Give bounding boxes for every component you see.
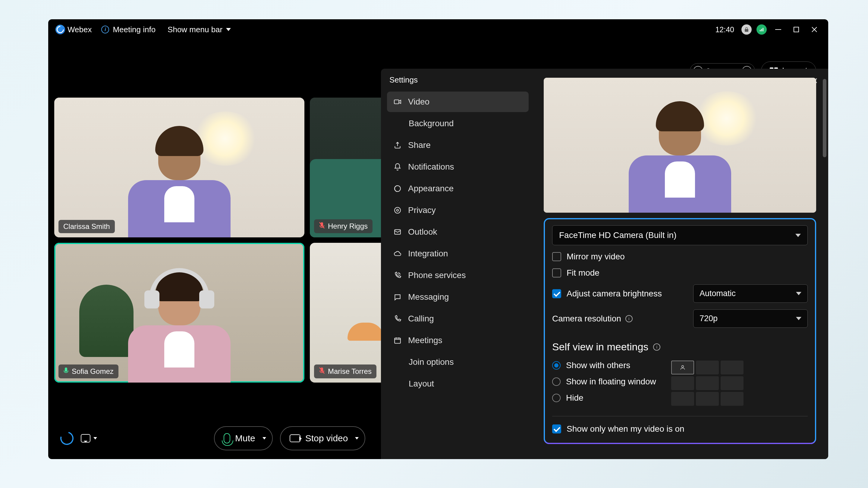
- position-cell[interactable]: [696, 376, 719, 390]
- resolution-option: Camera resolution i 720p: [552, 310, 808, 328]
- chevron-down-icon: [262, 437, 266, 440]
- nav-phone-services[interactable]: Phone services: [387, 265, 529, 286]
- app-name: Webex: [67, 25, 92, 34]
- nav-video[interactable]: Video: [387, 92, 529, 112]
- position-cell[interactable]: [671, 361, 694, 375]
- network-status-icon[interactable]: [756, 24, 767, 35]
- nav-notifications[interactable]: Notifications: [387, 157, 529, 177]
- self-view-show-with-others[interactable]: Show with others: [552, 361, 656, 370]
- titlebar: Webex Meeting info Show menu bar 12:40: [48, 19, 828, 40]
- svg-rect-1: [761, 29, 762, 31]
- message-icon: [393, 293, 402, 301]
- nav-integration[interactable]: Integration: [387, 243, 529, 264]
- meeting-controls: Mute Stop video: [48, 425, 377, 452]
- participant-name-badge: Sofia Gomez: [59, 364, 119, 378]
- main-window: Webex Meeting info Show menu bar 12:40 −: [48, 19, 828, 459]
- camera-select[interactable]: FaceTime HD Camera (Built in): [552, 225, 808, 245]
- calendar-icon: [393, 336, 402, 345]
- participant-name: Clarissa Smith: [63, 222, 110, 231]
- close-button[interactable]: [808, 23, 821, 36]
- position-cell[interactable]: [696, 392, 719, 406]
- chevron-down-icon: [93, 437, 97, 440]
- stop-video-button[interactable]: Stop video: [280, 426, 366, 450]
- nav-calling[interactable]: Calling: [387, 308, 529, 329]
- encryption-status-icon[interactable]: [741, 24, 752, 35]
- mirror-checkbox[interactable]: [552, 252, 561, 261]
- nav-privacy[interactable]: Privacy: [387, 200, 529, 221]
- position-cell[interactable]: [671, 376, 694, 390]
- mirror-video-option[interactable]: Mirror my video: [552, 252, 808, 261]
- chevron-down-icon: [795, 234, 801, 237]
- nav-background[interactable]: Background: [387, 113, 529, 134]
- show-only-when-on-option[interactable]: Show only when my video is on: [552, 424, 808, 434]
- radio-hide[interactable]: [552, 394, 561, 402]
- brightness-option: Adjust camera brightness Automatic: [552, 284, 808, 303]
- brightness-mode-select[interactable]: Automatic: [693, 284, 808, 303]
- nav-messaging[interactable]: Messaging: [387, 287, 529, 307]
- minimize-button[interactable]: [772, 23, 785, 36]
- position-cell[interactable]: [721, 392, 744, 406]
- chevron-down-icon: [226, 28, 231, 31]
- video-tile[interactable]: Sofia Gomez: [54, 243, 304, 383]
- radio-floating[interactable]: [552, 378, 561, 386]
- nav-meetings[interactable]: Meetings: [387, 330, 529, 351]
- chevron-down-icon: [796, 317, 801, 320]
- bell-icon: [393, 162, 402, 171]
- self-view-hide[interactable]: Hide: [552, 393, 656, 403]
- scrollbar[interactable]: [823, 79, 827, 157]
- self-view-position-grid: [671, 361, 744, 406]
- outlook-icon: [393, 227, 402, 236]
- show-menu-bar-button[interactable]: Show menu bar: [167, 25, 231, 34]
- nav-join-options[interactable]: Join options: [387, 352, 529, 372]
- svg-rect-4: [794, 27, 799, 32]
- svg-rect-7: [65, 367, 67, 372]
- meeting-info-button[interactable]: Meeting info: [101, 25, 156, 34]
- nav-appearance[interactable]: Appearance: [387, 178, 529, 199]
- brightness-checkbox[interactable]: [552, 289, 561, 298]
- maximize-button[interactable]: [789, 23, 803, 36]
- settings-panel: Settings ✕ Video Background Share Notifi…: [381, 69, 828, 459]
- svg-rect-15: [395, 338, 401, 343]
- svg-rect-3: [775, 29, 781, 30]
- mic-muted-icon: [319, 367, 325, 376]
- resolution-select[interactable]: 720p: [693, 310, 808, 328]
- radio-show-with-others[interactable]: [552, 361, 561, 369]
- participant-name: Henry Riggs: [328, 222, 368, 230]
- info-icon[interactable]: i: [625, 315, 632, 322]
- participant-name-badge: Henry Riggs: [314, 219, 373, 233]
- nav-layout[interactable]: Layout: [387, 373, 529, 394]
- nav-share[interactable]: Share: [387, 135, 529, 156]
- position-cell[interactable]: [721, 361, 744, 375]
- appearance-icon: [393, 184, 402, 193]
- camera-icon: [290, 434, 301, 442]
- position-cell[interactable]: [696, 361, 719, 375]
- show-menu-label: Show menu bar: [167, 25, 222, 34]
- webex-logo-icon: [56, 25, 65, 34]
- clock: 12:40: [715, 25, 734, 34]
- show-only-checkbox[interactable]: [552, 424, 561, 433]
- svg-point-13: [397, 209, 399, 212]
- presence-icon[interactable]: [58, 429, 76, 447]
- chat-button[interactable]: [81, 434, 97, 443]
- svg-rect-2: [763, 28, 764, 31]
- video-tile[interactable]: Clarissa Smith: [54, 98, 304, 237]
- participant-name: Sofia Gomez: [72, 367, 114, 376]
- mic-muted-icon: [319, 222, 325, 231]
- fit-mode-checkbox[interactable]: [552, 268, 561, 278]
- share-icon: [393, 141, 402, 150]
- fit-mode-option[interactable]: Fit mode: [552, 268, 808, 278]
- participant-name-badge: Marise Torres: [314, 364, 376, 378]
- mute-button[interactable]: Mute: [214, 426, 273, 450]
- chevron-down-icon: [796, 292, 801, 295]
- info-icon[interactable]: i: [653, 344, 660, 351]
- meeting-info-label: Meeting info: [113, 25, 156, 34]
- svg-rect-0: [760, 30, 761, 31]
- position-cell[interactable]: [721, 376, 744, 390]
- settings-title: Settings: [390, 75, 418, 85]
- settings-content: FaceTime HD Camera (Built in) Mirror my …: [535, 69, 828, 459]
- nav-outlook[interactable]: Outlook: [387, 222, 529, 242]
- self-view-floating[interactable]: Show in floating window: [552, 377, 656, 387]
- info-icon: [101, 26, 109, 33]
- self-view-heading: Self view in meetings i: [552, 341, 808, 353]
- position-cell[interactable]: [671, 392, 694, 406]
